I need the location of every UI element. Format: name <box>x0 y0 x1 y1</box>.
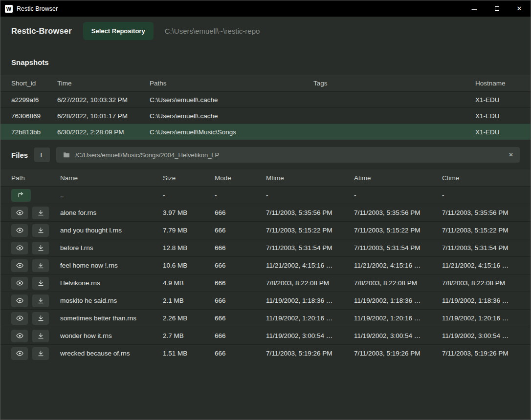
file-ctime: 7/8/2003, 8:22:08 PM <box>442 279 520 287</box>
file-size: 4.9 MB <box>163 279 215 287</box>
col-time: Time <box>57 80 150 87</box>
download-file-button[interactable] <box>32 259 49 272</box>
col-name: Name <box>60 174 163 182</box>
file-row: alone for.rns 3.97 MB 666 7/11/2003, 5:3… <box>0 204 531 221</box>
col-mtime: Mtime <box>266 174 354 182</box>
minimize-button[interactable]: — <box>463 0 486 17</box>
col-hostname: Hostname <box>475 80 520 87</box>
download-file-button[interactable] <box>32 294 49 307</box>
file-mtime: 11/19/2002, 1:18:36 … <box>266 297 354 304</box>
preview-file-button[interactable] <box>11 347 28 360</box>
snapshot-short-id: 76306869 <box>11 112 57 120</box>
file-atime: 7/11/2003, 5:15:22 PM <box>354 227 442 234</box>
select-repository-button[interactable]: Select Repository <box>83 22 154 40</box>
file-mtime: 7/11/2003, 5:31:54 PM <box>266 244 354 252</box>
parent-directory-row: .. - - - - - <box>0 186 531 204</box>
up-arrow-icon <box>17 191 25 199</box>
preview-file-button[interactable] <box>11 242 28 254</box>
file-ctime: 7/11/2003, 5:35:56 PM <box>442 209 520 216</box>
download-file-button[interactable] <box>32 224 49 237</box>
col-ctime: Ctime <box>442 174 520 182</box>
file-name: alone for.rns <box>60 209 163 216</box>
file-mode: 666 <box>215 315 266 322</box>
app-title: Restic-Browser <box>11 26 72 36</box>
download-file-button[interactable] <box>32 277 49 290</box>
download-file-button[interactable] <box>32 347 49 360</box>
eye-icon <box>16 209 24 216</box>
file-rows-container: alone for.rns 3.97 MB 666 7/11/2003, 5:3… <box>0 204 531 362</box>
col-size: Size <box>163 174 215 182</box>
maximize-button[interactable] <box>486 0 508 17</box>
files-path-input[interactable]: /C/Users/emuell/Music/Songs/2004_Helveti… <box>56 147 520 163</box>
download-file-button[interactable] <box>32 312 49 325</box>
file-row: wonder how it.rns 2.7 MB 666 11/19/2002,… <box>0 327 531 344</box>
file-name: Helvikone.rns <box>60 279 163 287</box>
file-name: wrecked because of.rns <box>60 350 163 357</box>
file-row: wrecked because of.rns 1.51 MB 666 7/11/… <box>0 344 531 362</box>
col-tags: Tags <box>313 80 475 87</box>
file-atime: 11/19/2002, 1:18:36 … <box>354 297 442 304</box>
current-path: /C/Users/emuell/Music/Songs/2004_Helveti… <box>75 151 504 159</box>
preview-file-button[interactable] <box>11 312 28 325</box>
app-icon: W <box>5 5 13 13</box>
snapshot-row[interactable]: 76306869 6/28/2022, 10:01:17 PM C:\Users… <box>0 107 531 124</box>
files-l-button[interactable]: L <box>34 147 50 162</box>
file-name: feel home now !.rns <box>60 262 163 269</box>
minimize-icon: — <box>472 6 477 12</box>
file-row: sometimes better than.rns 2.26 MB 666 11… <box>0 309 531 327</box>
download-file-button[interactable] <box>32 330 49 342</box>
snapshot-row[interactable]: a2299af6 6/27/2022, 10:03:32 PM C:\Users… <box>0 91 531 107</box>
file-mtime: - <box>266 191 354 199</box>
file-atime: 7/11/2003, 5:35:56 PM <box>354 209 442 216</box>
file-name: sometimes better than.rns <box>60 315 163 322</box>
close-small-icon: ✕ <box>509 151 513 158</box>
go-up-directory-button[interactable] <box>11 189 31 202</box>
download-file-button[interactable] <box>32 242 49 254</box>
file-mtime: 7/8/2003, 8:22:08 PM <box>266 279 354 287</box>
file-size: 2.1 MB <box>163 297 215 304</box>
close-button[interactable]: ✕ <box>508 0 531 17</box>
preview-file-button[interactable] <box>11 294 28 307</box>
file-atime: 7/8/2003, 8:22:08 PM <box>354 279 442 287</box>
file-row: feel home now !.rns 10.6 MB 666 11/21/20… <box>0 256 531 274</box>
snapshot-paths: C:\Users\emuell\Music\Songs <box>150 128 313 136</box>
clear-path-button[interactable]: ✕ <box>509 151 513 158</box>
eye-icon <box>16 297 24 304</box>
preview-file-button[interactable] <box>11 330 28 342</box>
file-size: 2.7 MB <box>163 332 215 339</box>
file-mode: 666 <box>215 262 266 269</box>
title-bar-left: W Restic Browser <box>0 5 463 13</box>
preview-file-button[interactable] <box>11 277 28 290</box>
snapshot-time: 6/28/2022, 10:01:17 PM <box>57 112 150 120</box>
file-name: and you thought l.rns <box>60 227 163 234</box>
col-short-id: Short_id <box>11 80 57 87</box>
file-name: moskito he said.rns <box>60 297 163 304</box>
preview-file-button[interactable] <box>11 207 28 219</box>
window-title: Restic Browser <box>17 5 58 12</box>
download-icon <box>37 227 44 234</box>
file-ctime: 11/19/2002, 1:20:16 … <box>442 315 520 322</box>
file-ctime: 7/11/2003, 5:19:26 PM <box>442 350 520 357</box>
download-file-button[interactable] <box>32 207 49 219</box>
preview-file-button[interactable] <box>11 224 28 237</box>
file-mtime: 7/11/2003, 5:35:56 PM <box>266 209 354 216</box>
file-mode: 666 <box>215 279 266 287</box>
file-mtime: 7/11/2003, 5:15:22 PM <box>266 227 354 234</box>
snapshots-table-body: a2299af6 6/27/2022, 10:03:32 PM C:\Users… <box>0 91 531 140</box>
snapshot-row-selected[interactable]: 72b813bb 6/30/2022, 2:28:09 PM C:\Users\… <box>0 124 531 140</box>
preview-file-button[interactable] <box>11 259 28 272</box>
title-bar[interactable]: W Restic Browser — ✕ <box>0 0 531 17</box>
snapshot-paths: C:\Users\emuell\.cache <box>150 96 313 104</box>
file-mode: 666 <box>215 350 266 357</box>
file-atime: 7/11/2003, 5:19:26 PM <box>354 350 442 357</box>
snapshot-paths: C:\Users\emuell\.cache <box>150 112 313 120</box>
file-ctime: 11/19/2002, 3:00:54 … <box>442 332 520 339</box>
eye-icon <box>16 262 24 269</box>
download-icon <box>37 332 44 339</box>
file-atime: 11/19/2002, 1:20:16 … <box>354 315 442 322</box>
eye-icon <box>16 332 24 339</box>
file-row: moskito he said.rns 2.1 MB 666 11/19/200… <box>0 292 531 309</box>
file-mode: 666 <box>215 297 266 304</box>
snapshots-title: Snapshots <box>0 58 531 66</box>
eye-icon <box>16 350 24 357</box>
